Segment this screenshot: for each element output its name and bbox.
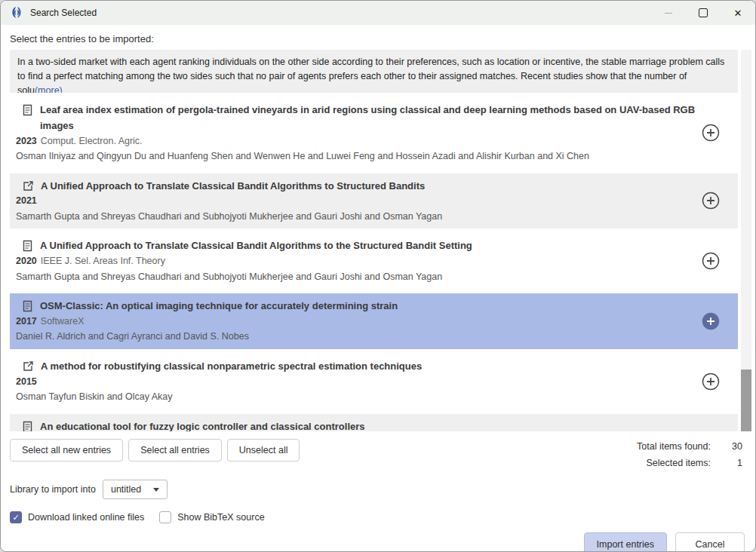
maximize-button[interactable] [686,1,721,25]
article-icon [23,421,32,431]
entry-authors: Osman Tayfun Biskin and Olcay Akay [16,391,700,404]
entry-row[interactable]: An educational tool for fuzzy logic cont… [10,414,738,431]
article-icon [23,104,32,116]
result-stats: Total items found: 30 Selected items: 1 [637,441,742,468]
entry-authors: Samarth Gupta and Shreyas Chaudhari and … [16,210,700,224]
abstract-preview: In a two-sided market with each agent ra… [10,50,738,93]
unchecked-checkbox-icon[interactable] [159,511,171,523]
selected-items-value: 1 [718,458,742,468]
article-icon [23,240,32,252]
library-selected-value: untitled [111,484,141,495]
add-entry-button[interactable] [700,250,721,271]
maximize-icon [699,8,708,17]
entry-authors: Osman Ilniyaz and Qingyun Du and Huanfen… [16,150,700,164]
entry-journal: IEEE J. Sel. Areas Inf. Theory [41,256,165,266]
add-entry-button[interactable] [700,371,721,392]
import-entries-button[interactable]: Import entries [584,532,667,552]
entry-journal: Comput. Electron. Agric. [41,136,143,146]
add-entry-button[interactable] [700,190,721,211]
window-controls: ✕ [651,1,755,25]
entry-title: A Unified Approach to Translate Classica… [41,179,425,195]
external-link-icon [23,360,33,372]
search-selected-dialog: Search Selected ✕ Select the entries to … [0,0,756,552]
cancel-button[interactable]: Cancel [675,532,745,552]
window-title: Search Selected [30,8,97,18]
select-all-new-entries-button[interactable]: Select all new entries [10,439,123,462]
entry-authors: Daniel R. Aldrich and Cagri Ayranci and … [16,330,700,344]
titlebar: Search Selected ✕ [1,1,755,25]
circle-plus-icon [700,250,721,271]
circle-plus-icon [700,122,721,143]
entry-title: A Unified Approach to Translate Classica… [40,238,472,254]
entry-year: 2020 [16,256,37,266]
total-items-value: 30 [718,441,742,452]
close-icon: ✕ [734,8,742,18]
entry-year: 2017 [16,316,37,327]
selected-items-label: Selected items: [637,458,711,468]
entry-authors: Samarth Gupta and Shreyas Chaudhari and … [16,271,700,284]
entry-title: An educational tool for fuzzy logic cont… [40,419,365,431]
entry-year: 2021 [16,195,37,206]
library-row: Library to import into untitled [10,480,746,499]
minimize-icon [665,13,672,14]
unselect-all-button[interactable]: Unselect all [227,439,300,462]
circle-plus-icon [700,371,721,392]
vertical-scrollbar[interactable] [741,50,751,431]
entry-row[interactable]: OSM-Classic: An optical imaging techniqu… [10,293,738,349]
add-entry-button[interactable] [700,122,721,143]
chevron-down-icon [153,488,159,492]
download-linked-files-option[interactable]: Download linked online files [10,511,144,523]
total-items-label: Total items found: [637,441,711,452]
close-button[interactable]: ✕ [721,1,755,25]
entry-year: 2015 [16,376,37,387]
entry-title: Leaf area index estimation of pergola-tr… [40,103,700,134]
options-row: Download linked online files Show BibTeX… [10,511,746,523]
article-icon [23,300,32,312]
library-select[interactable]: untitled [103,480,167,499]
library-label: Library to import into [10,484,96,495]
entry-title: A method for robustifying classical nonp… [41,359,422,375]
minimize-button[interactable] [651,1,686,25]
external-link-icon [23,180,33,192]
scrollbar-thumb[interactable] [741,370,751,431]
entries-list: Leaf area index estimation of pergola-tr… [10,97,738,431]
entry-year: 2023 [16,136,37,146]
entry-row[interactable]: A Unified Approach to Translate Classica… [10,233,738,289]
dialog-footer: Import entries Cancel [1,523,755,552]
selection-actions-row: Select all new entries Select all entrie… [10,439,746,468]
show-bibtex-source-label: Show BibTeX source [177,512,264,523]
show-bibtex-source-option[interactable]: Show BibTeX source [159,511,264,523]
entry-journal: SoftwareX [41,316,85,327]
entry-row[interactable]: A Unified Approach to Translate Classica… [10,173,738,229]
more-link[interactable]: (more) [35,85,63,94]
jabref-logo-icon [9,6,24,20]
download-linked-files-label: Download linked online files [28,512,144,523]
entry-row[interactable]: Leaf area index estimation of pergola-tr… [10,97,738,169]
entry-row[interactable]: A method for robustifying classical nonp… [10,354,738,409]
circle-plus-icon [700,311,721,332]
add-entry-button[interactable] [700,311,721,332]
instruction-text: Select the entries to be imported: [10,33,746,44]
entry-title: OSM-Classic: An optical imaging techniqu… [40,299,398,314]
results-scroll-area: In a two-sided market with each agent ra… [10,50,755,431]
circle-plus-icon [700,190,721,211]
abstract-text: In a two-sided market with each agent ra… [17,57,724,93]
checked-checkbox-icon[interactable] [10,511,22,523]
select-all-entries-button[interactable]: Select all entries [128,439,222,462]
